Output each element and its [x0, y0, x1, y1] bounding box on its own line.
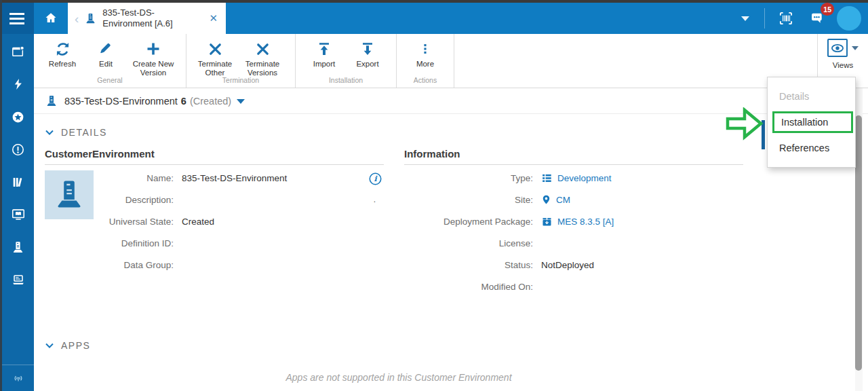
action-toolbar: Refresh Edit Create New Version General …: [34, 34, 868, 88]
breadcrumb-state: (Created): [190, 96, 231, 107]
antenna-icon: [12, 372, 24, 384]
tab-customer-environment[interactable]: ‹ 835-Test-DS- Environment [A.6] ✕: [68, 3, 226, 34]
apps-not-supported-note: Apps are not supported in this Customer …: [45, 372, 753, 383]
home-button[interactable]: [34, 3, 68, 34]
info-icon[interactable]: i: [368, 172, 382, 189]
chat-badge: 15: [821, 3, 834, 16]
main-content: DETAILS CustomerEnvironment i . Name: 83…: [34, 114, 868, 391]
version-dropdown-caret-icon[interactable]: [237, 99, 245, 104]
field-row: License:: [404, 232, 743, 254]
sidebar-item-environments[interactable]: [2, 231, 34, 263]
header-right-cluster: 15: [741, 3, 868, 34]
field-value-universal-state: Created: [182, 217, 384, 227]
sidebar-item-workspaces[interactable]: [2, 35, 34, 68]
information-panel: Information Type: Development Site:: [404, 148, 743, 297]
edit-button[interactable]: Edit: [84, 39, 127, 69]
barcode-scan-button[interactable]: [774, 7, 797, 30]
create-new-version-button[interactable]: Create New Version: [127, 39, 179, 77]
stray-dot: .: [374, 195, 376, 204]
field-row: Definition ID:: [45, 232, 384, 254]
terminate-versions-button[interactable]: Terminate Versions: [237, 39, 288, 77]
window-badge-icon: [11, 45, 25, 59]
environment-icon: [52, 177, 87, 212]
tab-back-chevron-icon[interactable]: ‹: [75, 12, 79, 25]
chat-button[interactable]: 15: [806, 7, 829, 30]
refresh-button[interactable]: Refresh: [41, 39, 84, 69]
package-icon: [541, 216, 553, 227]
hamburger-icon: [9, 13, 24, 15]
toolbar-group-caption: General: [34, 76, 186, 84]
field-row: Deployment Package: MES 8.3.5 [A]: [404, 210, 743, 232]
field-row: Status: NotDeployed: [404, 254, 743, 276]
panel-title: CustomerEnvironment: [45, 148, 384, 165]
field-row: Type: Development: [404, 167, 743, 189]
installation-highlight-box: Installation: [772, 111, 853, 133]
sidebar-item-favorites[interactable]: [2, 100, 34, 133]
menu-item-references[interactable]: References: [768, 138, 855, 157]
sidebar-item-quick-actions[interactable]: [2, 68, 34, 100]
breadcrumb-version: 6: [181, 96, 186, 107]
more-button[interactable]: More: [403, 39, 447, 69]
connectivity-button[interactable]: [2, 365, 34, 391]
more-icon: [418, 40, 433, 58]
books-icon: [11, 175, 25, 189]
sidebar-item-terminal[interactable]: [2, 263, 34, 296]
hamburger-menu-button[interactable]: [0, 3, 34, 34]
chevron-down-icon: [45, 129, 54, 136]
barcode-scan-icon: [777, 10, 795, 27]
plus-icon: [145, 40, 161, 58]
edit-icon: [98, 40, 114, 58]
tab-title: 835-Test-DS- Environment [A.6]: [102, 7, 206, 29]
toolbar-group-general: Refresh Edit Create New Version General: [34, 34, 186, 88]
breadcrumb-name: 835-Test-DS-Environment: [64, 96, 178, 107]
export-button[interactable]: Export: [346, 39, 389, 69]
menu-item-details: Details: [768, 87, 855, 106]
field-row: Universal State: Created: [45, 210, 384, 232]
green-arrow-icon: [726, 107, 764, 141]
import-button[interactable]: Import: [302, 39, 346, 69]
menu-item-installation[interactable]: Installation: [774, 113, 851, 131]
page-scrollbar-thumb[interactable]: [855, 115, 862, 371]
environment-thumbnail: [45, 170, 94, 219]
environment-icon: [45, 94, 58, 108]
circle-star-icon: [11, 110, 25, 124]
views-dropdown-menu: Details Installation References: [767, 77, 856, 168]
tab-close-icon[interactable]: ✕: [206, 11, 220, 26]
environment-icon: [84, 12, 97, 25]
toolbar-group-caption: Actions: [397, 76, 454, 84]
home-icon: [43, 11, 58, 26]
terminate-other-button[interactable]: Terminate Other: [193, 39, 237, 77]
header-separator: [764, 8, 765, 29]
laptop-icon: [11, 272, 26, 287]
field-row: Modified On:: [404, 276, 743, 297]
apps-section-header[interactable]: APPS: [45, 337, 868, 354]
export-icon: [359, 40, 376, 58]
sidebar-item-library[interactable]: [2, 166, 34, 198]
sidebar-item-alerts[interactable]: [2, 133, 34, 166]
monitor-book-icon: [11, 207, 26, 222]
sidebar: [2, 34, 34, 391]
field-row: Description:: [45, 189, 384, 210]
window-left-edge: [0, 0, 2, 391]
panel-title: Information: [404, 148, 743, 165]
toolbar-group-actions: More Actions: [397, 34, 454, 88]
app-header: ‹ 835-Test-DS- Environment [A.6] ✕ 15: [0, 3, 868, 34]
type-link[interactable]: Development: [541, 172, 743, 184]
lightning-icon: [12, 77, 25, 91]
import-icon: [316, 40, 332, 58]
tabs-dropdown-caret-icon[interactable]: [741, 16, 749, 21]
field-value-name: 835-Test-DS-Environment: [182, 173, 384, 183]
list-icon: [541, 172, 553, 184]
eye-icon: [827, 39, 848, 57]
refresh-icon: [54, 40, 71, 58]
sidebar-item-documentation[interactable]: [2, 198, 34, 231]
site-link[interactable]: CM: [541, 193, 743, 206]
pin-icon: [541, 193, 551, 206]
views-caret-icon: [852, 46, 859, 50]
toolbar-group-caption: Installation: [296, 76, 396, 84]
field-row: Name: 835-Test-DS-Environment: [45, 167, 384, 189]
deployment-package-link[interactable]: MES 8.3.5 [A]: [541, 216, 743, 227]
user-avatar[interactable]: [837, 6, 861, 31]
field-value-status: NotDeployed: [541, 260, 743, 270]
toolbar-group-caption: Termination: [186, 76, 295, 84]
